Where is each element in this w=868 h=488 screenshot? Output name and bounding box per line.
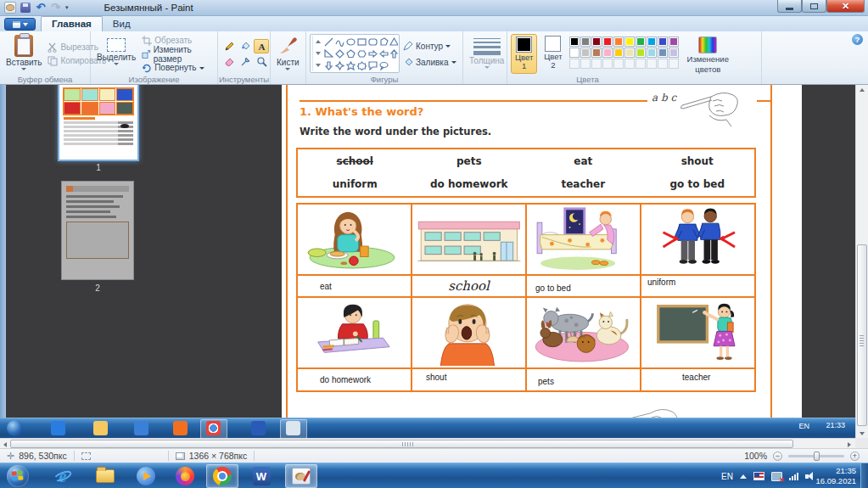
color-picker-tool[interactable] — [238, 54, 253, 69]
zoom-slider[interactable] — [788, 455, 844, 457]
taskbar-ie-icon[interactable]: e — [53, 466, 73, 486]
taskbar-word-icon[interactable]: W — [251, 466, 272, 486]
word-bank-item: eat — [526, 155, 641, 167]
paste-button[interactable]: Вставить — [3, 34, 44, 74]
undo-icon[interactable]: ↶ — [35, 2, 47, 14]
paint-menu-button[interactable] — [4, 18, 36, 31]
shapes-scroll[interactable] — [312, 36, 323, 71]
palette-swatch[interactable] — [636, 36, 646, 47]
vertical-scrollbar[interactable] — [855, 85, 868, 438]
group-thickness: Толщина — [463, 31, 507, 84]
volume-icon[interactable] — [805, 472, 815, 481]
show-desktop-button[interactable] — [860, 463, 868, 488]
scroll-up-button[interactable] — [857, 85, 866, 94]
language-indicator[interactable]: EN — [721, 472, 733, 481]
paint-canvas[interactable]: 1 2 a b c 1. What's t — [0, 85, 855, 438]
worksheet-page: a b c 1. What's the word? Write the word… — [282, 85, 802, 418]
group-brushes: Кисти — [271, 31, 306, 84]
magnifier-tool[interactable] — [254, 54, 269, 69]
palette-swatch[interactable] — [569, 48, 580, 58]
selection-size-icon — [81, 452, 91, 460]
zoom-slider-thumb[interactable] — [814, 452, 820, 461]
taskbar-media-player-icon[interactable] — [136, 466, 156, 486]
school-illustration — [415, 206, 524, 273]
zoom-in-button[interactable]: + — [850, 452, 860, 461]
taskbar-paint-icon[interactable] — [291, 466, 311, 486]
palette-swatch[interactable] — [569, 36, 580, 47]
color1-well[interactable]: Цвет 1 — [511, 34, 537, 74]
writing-hand-icon-partial: a b c — [621, 398, 689, 418]
eraser-tool[interactable] — [221, 54, 237, 69]
palette-swatch[interactable] — [624, 48, 635, 58]
fill-icon — [403, 57, 413, 67]
image-size-icon — [176, 452, 185, 460]
palette-swatch[interactable] — [669, 48, 679, 58]
scrollbar-corner — [855, 438, 868, 448]
palette-swatch[interactable] — [580, 48, 591, 58]
picture-do-homework — [297, 297, 412, 368]
tab-view[interactable]: Вид — [103, 17, 141, 31]
help-icon[interactable]: ? — [852, 34, 863, 45]
palette-swatch[interactable] — [624, 36, 635, 47]
scroll-down-button[interactable] — [857, 429, 866, 438]
picture-go-to-bed — [526, 204, 641, 275]
fill-button[interactable]: Заливка — [403, 56, 456, 69]
taskbar-firefox-icon[interactable] — [175, 466, 195, 486]
restore-button[interactable] — [802, 0, 826, 13]
palette-swatch[interactable] — [647, 36, 657, 47]
start-button[interactable] — [7, 465, 29, 487]
close-button[interactable]: ✕ — [826, 0, 865, 13]
brushes-button[interactable]: Кисти — [274, 34, 302, 74]
vertical-scroll-thumb[interactable] — [857, 244, 867, 426]
redo-icon[interactable]: ↶ — [50, 2, 62, 14]
outline-button[interactable]: Контур — [403, 40, 456, 53]
zoom-out-button[interactable]: − — [773, 452, 782, 461]
palette-swatch[interactable] — [602, 36, 613, 47]
group-tools: A Инструменты — [218, 31, 271, 84]
answer-shout: shout — [412, 368, 526, 391]
edit-colors-button[interactable]: Изменение цветов — [682, 34, 734, 74]
palette-swatch[interactable] — [591, 48, 602, 58]
thickness-button[interactable]: Толщина — [467, 34, 507, 74]
palette-swatch[interactable] — [647, 48, 657, 58]
thumbnail-1-label: 1 — [59, 163, 137, 172]
save-icon[interactable] — [20, 2, 31, 14]
signal-strength-icon[interactable] — [789, 473, 798, 480]
show-hidden-icons-button[interactable] — [740, 474, 747, 479]
go-to-bed-illustration — [529, 206, 638, 273]
flag-tray-icon[interactable] — [753, 472, 764, 480]
horizontal-scroll-thumb[interactable] — [10, 440, 793, 448]
taskbar-chrome-icon[interactable] — [212, 466, 232, 486]
shapes-gallery[interactable] — [310, 34, 400, 73]
palette-swatch[interactable] — [636, 48, 646, 58]
word-bank-item: go to bed — [641, 178, 755, 190]
pencil-icon — [224, 41, 235, 52]
fill-bucket-icon — [240, 41, 251, 52]
group-image: Выделить Обрезать Изменить размер Поверн… — [91, 31, 218, 84]
palette-swatch[interactable] — [580, 36, 591, 47]
palette-swatch[interactable] — [658, 48, 668, 58]
minimize-button[interactable] — [777, 0, 802, 13]
palette-swatch[interactable] — [591, 36, 602, 47]
palette-swatch[interactable] — [658, 36, 668, 47]
pencil-tool[interactable] — [221, 39, 237, 53]
text-tool[interactable]: A — [254, 39, 269, 53]
customize-qat-dropdown-icon[interactable]: ▾ — [65, 4, 69, 11]
palette-swatch[interactable] — [602, 48, 613, 58]
network-status-icon[interactable] — [771, 472, 782, 481]
horizontal-scrollbar[interactable] — [0, 438, 855, 448]
palette-swatch[interactable] — [669, 36, 679, 47]
crop-icon — [142, 36, 152, 46]
clock[interactable]: 21:35 16.09.2021 — [815, 466, 856, 486]
fill-tool[interactable] — [238, 39, 253, 53]
tab-home[interactable]: Главная — [41, 16, 103, 31]
select-button[interactable]: Выделить — [94, 34, 138, 74]
color2-well[interactable]: Цвет 2 — [540, 34, 565, 74]
palette-swatch[interactable] — [613, 36, 624, 47]
palette-swatch[interactable] — [613, 48, 624, 58]
page-border-right — [770, 85, 772, 418]
rotate-button[interactable]: Повернуть — [142, 61, 214, 74]
time: 21:35 — [815, 466, 856, 476]
resize-button[interactable]: Изменить размер — [142, 48, 214, 60]
taskbar-explorer-icon[interactable] — [95, 466, 115, 486]
